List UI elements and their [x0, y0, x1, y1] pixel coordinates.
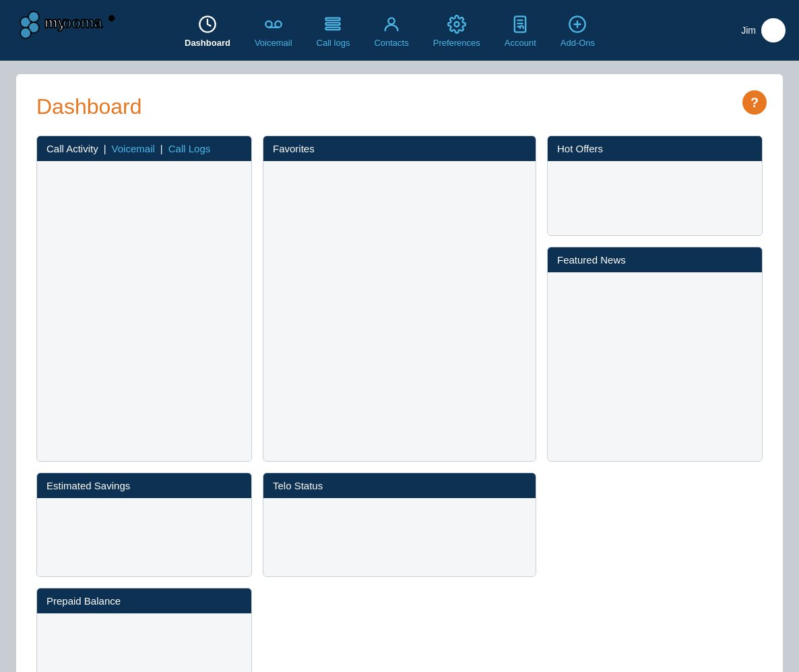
call-activity-body [37, 161, 251, 461]
sep2: | [160, 143, 163, 154]
prepaid-balance-body [37, 613, 251, 672]
voicemail-icon [263, 13, 284, 35]
row-1: Call Activity | Voicemail | Call Logs Fa… [36, 135, 763, 462]
nav-item-account[interactable]: Account [495, 8, 546, 53]
widget-call-activity-header: Call Activity | Voicemail | Call Logs [37, 136, 251, 161]
widget-call-activity: Call Activity | Voicemail | Call Logs [36, 135, 252, 462]
widget-estimated-savings-header: Estimated Savings [37, 473, 251, 498]
navbar: my ooma ® Dashboard [0, 0, 799, 61]
row-2: Estimated Savings Telo Status [36, 472, 763, 577]
widget-hot-offers-header: Hot Offers [548, 136, 762, 161]
widget-telo-status-header: Telo Status [263, 473, 536, 498]
widget-prepaid-balance: Prepaid Balance [36, 588, 252, 672]
row-3: Prepaid Balance [36, 588, 763, 672]
favorites-body [263, 161, 536, 461]
nav-item-addons[interactable]: Add-Ons [551, 8, 604, 53]
widget-featured-news: Featured News [547, 247, 763, 462]
logo[interactable]: my ooma ® [13, 10, 148, 51]
svg-point-14 [388, 18, 394, 24]
hot-offers-title: Hot Offers [557, 143, 603, 154]
nav-label-preferences: Preferences [433, 38, 480, 48]
estimated-savings-title: Estimated Savings [46, 480, 130, 491]
calllogs-icon [322, 13, 344, 35]
account-icon [509, 13, 531, 35]
nav-item-preferences[interactable]: Preferences [424, 8, 490, 53]
svg-point-8 [265, 21, 271, 27]
telo-status-title: Telo Status [273, 480, 323, 491]
nav-label-calllogs: Call logs [317, 38, 350, 48]
svg-rect-12 [326, 22, 340, 25]
voicemail-link[interactable]: Voicemail [112, 143, 155, 154]
nav-label-addons: Add-Ons [561, 38, 595, 48]
page-title: Dashboard [36, 94, 763, 119]
nav-label-contacts: Contacts [374, 38, 408, 48]
nav-label-dashboard: Dashboard [185, 38, 230, 48]
row2-spacer [547, 472, 763, 577]
nav-item-contacts[interactable]: Contacts [364, 8, 418, 53]
hot-offers-body [548, 161, 762, 235]
widget-featured-news-header: Featured News [548, 247, 762, 272]
widget-hot-offers: Hot Offers [547, 135, 763, 236]
sep1: | [104, 143, 106, 154]
estimated-savings-body [37, 498, 251, 576]
contacts-icon [381, 13, 402, 35]
svg-rect-11 [326, 18, 340, 20]
dashboard-grid: Call Activity | Voicemail | Call Logs Fa… [36, 135, 763, 672]
svg-text:®: ® [109, 15, 115, 22]
svg-rect-13 [326, 27, 340, 30]
dashboard-icon [197, 13, 218, 35]
svg-point-9 [275, 21, 281, 27]
svg-point-1 [28, 11, 39, 22]
nav-label-account: Account [505, 38, 536, 48]
widget-estimated-savings: Estimated Savings [36, 472, 252, 577]
svg-point-3 [20, 28, 31, 38]
widget-favorites-header: Favorites [263, 136, 536, 161]
featured-news-body [548, 272, 762, 461]
widget-prepaid-balance-header: Prepaid Balance [37, 588, 251, 613]
svg-point-23 [770, 24, 776, 30]
featured-news-title: Featured News [557, 254, 626, 266]
right-column: Hot Offers Featured News [547, 135, 763, 462]
user-area: Jim [741, 18, 786, 42]
call-logs-link[interactable]: Call Logs [168, 143, 211, 154]
nav-label-voicemail: Voicemail [255, 38, 292, 48]
user-name: Jim [741, 25, 756, 36]
nav-item-dashboard[interactable]: Dashboard [175, 8, 240, 53]
nav-item-voicemail[interactable]: Voicemail [245, 8, 302, 53]
svg-text:ooma: ooma [63, 14, 102, 31]
main-container: Dashboard ? Call Activity | Voicemail | … [16, 74, 783, 672]
widget-favorites: Favorites [263, 135, 536, 462]
user-avatar[interactable] [761, 18, 786, 42]
prepaid-balance-title: Prepaid Balance [46, 595, 121, 607]
nav-item-calllogs[interactable]: Call logs [307, 8, 360, 53]
telo-status-body [263, 498, 536, 576]
preferences-icon [446, 13, 468, 35]
call-activity-title: Call Activity [46, 143, 98, 154]
help-button[interactable]: ? [742, 90, 767, 115]
svg-point-15 [454, 22, 459, 26]
widget-telo-status: Telo Status [263, 472, 536, 577]
favorites-title: Favorites [273, 143, 315, 154]
addons-icon [567, 13, 588, 35]
nav-items: Dashboard Voicemail Call log [175, 8, 741, 53]
